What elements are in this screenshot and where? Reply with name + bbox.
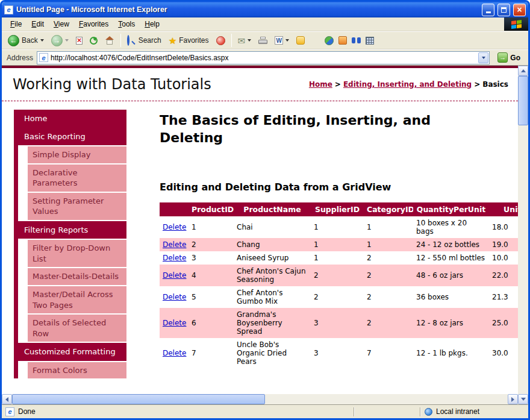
- page-title: The Basics of Editing, Inserting, and De…: [160, 112, 470, 146]
- windows-logo: [504, 17, 528, 31]
- sidebar-item-format-colors[interactable]: Format Colors: [28, 362, 126, 379]
- messenger-button[interactable]: [293, 34, 308, 46]
- horizontal-scroll-thumb[interactable]: [12, 394, 265, 404]
- security-zone: Local intranet: [422, 407, 526, 416]
- scroll-down-button[interactable]: [518, 394, 528, 404]
- refresh-button[interactable]: [87, 35, 101, 46]
- sidebar-item-setting-parameter-values[interactable]: Setting Parameter Values: [28, 193, 126, 220]
- cell-category-id: 2: [364, 251, 413, 265]
- table-row: Delete 3 Aniseed Syrup 1 2 12 - 550 ml b…: [160, 251, 518, 265]
- media-button[interactable]: [213, 34, 228, 47]
- cell-quantity-per-unit: 24 - 12 oz bottles: [413, 238, 489, 251]
- sidebar-item-basic-reporting[interactable]: Basic Reporting: [18, 128, 126, 146]
- page-body: Home Basic Reporting Simple Display Decl…: [2, 101, 518, 378]
- menu-help[interactable]: Help: [140, 18, 164, 30]
- intranet-zone-icon: [425, 408, 432, 416]
- go-icon: →: [497, 52, 508, 63]
- home-icon: [105, 36, 114, 45]
- messenger-icon: [296, 36, 305, 45]
- search-button[interactable]: Search: [124, 34, 164, 47]
- sidebar-item-master-details-details[interactable]: Master-Details-Details: [28, 268, 126, 285]
- cell-product-name: Grandma's Boysenberry Spread: [234, 308, 311, 338]
- cell-unit-price: 22.0: [489, 265, 518, 286]
- sidebar-item-master-detail-across-two-pages[interactable]: Master/Detail Across Two Pages: [28, 286, 126, 313]
- menu-edit[interactable]: Edit: [26, 18, 49, 30]
- home-button[interactable]: [102, 34, 117, 46]
- forward-icon: →: [51, 35, 63, 46]
- highlight-icon[interactable]: [338, 36, 347, 45]
- sidebar-item-filter-by-dropdown-list[interactable]: Filter by Drop-Down List: [28, 240, 126, 267]
- cell-product-name: Uncle Bob's Organic Dried Pears: [234, 338, 311, 368]
- title-bar[interactable]: e Untitled Page - Microsoft Internet Exp…: [2, 2, 528, 17]
- menu-view[interactable]: View: [49, 18, 74, 30]
- mail-icon: ✉: [238, 36, 246, 45]
- search-icon: [127, 36, 136, 45]
- delete-link[interactable]: Delete: [163, 349, 186, 357]
- delete-link[interactable]: Delete: [163, 254, 186, 262]
- go-button[interactable]: → Go: [493, 51, 525, 64]
- sidebar-item-declarative-parameters[interactable]: Declarative Parameters: [28, 165, 126, 192]
- grid-icon[interactable]: [366, 37, 374, 45]
- breadcrumb-current: Basics: [482, 80, 508, 89]
- table-row: Delete 7 Uncle Bob's Organic Dried Pears…: [160, 338, 518, 368]
- refresh-icon: [90, 37, 98, 45]
- scroll-up-button[interactable]: [518, 66, 528, 76]
- cell-product-name: Chai: [234, 216, 311, 238]
- scroll-right-button[interactable]: [508, 394, 518, 404]
- scroll-left-button[interactable]: [2, 394, 12, 404]
- horizontal-scroll-track[interactable]: [12, 394, 508, 404]
- delete-link[interactable]: Delete: [163, 223, 186, 231]
- minimize-button[interactable]: [482, 4, 494, 16]
- stop-icon: ×: [76, 37, 83, 45]
- sidebar-item-home[interactable]: Home: [18, 110, 126, 128]
- delete-link[interactable]: Delete: [163, 240, 186, 249]
- vertical-scroll-track[interactable]: [518, 76, 528, 394]
- forward-button[interactable]: →: [48, 33, 72, 48]
- close-button[interactable]: ×: [513, 4, 526, 16]
- sidebar-item-customized-formatting[interactable]: Customized Formatting: [18, 343, 126, 361]
- delete-link[interactable]: Delete: [163, 293, 186, 301]
- stop-button[interactable]: ×: [73, 35, 86, 46]
- cell-quantity-per-unit: 12 - 8 oz jars: [413, 308, 489, 338]
- menu-tools[interactable]: Tools: [113, 18, 140, 30]
- globe-icon[interactable]: [325, 36, 334, 45]
- maximize-button[interactable]: [497, 4, 510, 16]
- section-title: Editing and Deleting Data from a GridVie…: [160, 181, 518, 193]
- delete-link[interactable]: Delete: [163, 319, 186, 327]
- address-combobox[interactable]: e: [37, 51, 490, 64]
- header-product-name: ProductName: [234, 202, 311, 216]
- breadcrumb-home-link[interactable]: Home: [309, 80, 332, 89]
- menu-file[interactable]: File: [5, 18, 26, 30]
- address-input[interactable]: [51, 54, 476, 62]
- mail-button[interactable]: ✉: [235, 34, 255, 47]
- status-message: e Done: [4, 407, 352, 416]
- sidebar-item-simple-display[interactable]: Simple Display: [28, 146, 126, 163]
- horizontal-scrollbar[interactable]: [2, 394, 518, 404]
- delete-link[interactable]: Delete: [163, 271, 186, 280]
- vertical-scroll-thumb[interactable]: [518, 76, 528, 125]
- header-quantity-per-unit: QuantityPerUnit: [413, 202, 489, 216]
- search-label: Search: [139, 36, 161, 45]
- window-title: Untitled Page - Microsoft Internet Explo…: [16, 5, 479, 14]
- vertical-scrollbar[interactable]: [518, 66, 528, 404]
- sidebar-item-filtering-reports[interactable]: Filtering Reports: [18, 221, 126, 239]
- menu-favorites[interactable]: Favorites: [74, 18, 113, 30]
- back-button[interactable]: ← Back: [5, 33, 47, 48]
- sidebar-item-details-of-selected-row[interactable]: Details of Selected Row: [28, 315, 126, 342]
- print-icon: [258, 37, 267, 44]
- cell-product-name: Chef Anton's Gumbo Mix: [234, 286, 311, 308]
- table-header-row: ProductID ProductName SupplierID Categor…: [160, 202, 518, 216]
- address-dropdown-button[interactable]: [478, 52, 488, 63]
- cell-supplier-id: 3: [311, 308, 364, 338]
- print-button[interactable]: [255, 35, 270, 46]
- breadcrumb-section-link[interactable]: Editing, Inserting, and Deleting: [343, 80, 472, 89]
- status-bar: e Done Local intranet: [2, 404, 528, 418]
- research-icon[interactable]: [352, 37, 361, 43]
- cell-quantity-per-unit: 12 - 1 lb pkgs.: [413, 338, 489, 368]
- ie-page-icon: e: [4, 5, 13, 14]
- table-row: Delete 4 Chef Anton's Cajun Seasoning 2 …: [160, 265, 518, 286]
- favorites-button[interactable]: ★ Favorites: [166, 34, 212, 47]
- edit-button[interactable]: W: [272, 34, 292, 46]
- cell-quantity-per-unit: 48 - 6 oz jars: [413, 265, 489, 286]
- cell-product-id: 4: [189, 265, 234, 286]
